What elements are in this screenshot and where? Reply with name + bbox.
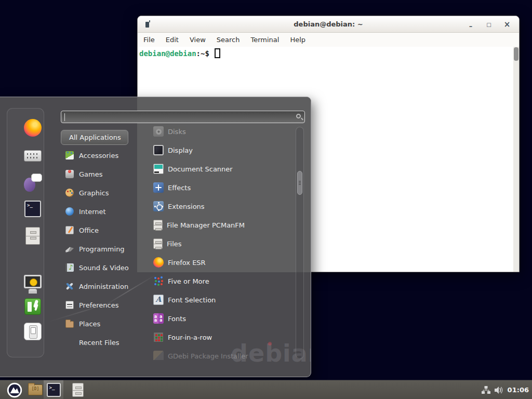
font-selection-icon	[153, 295, 164, 305]
window-controls: – □ ×	[465, 16, 513, 33]
favorite-file-manager[interactable]	[23, 227, 42, 245]
office-icon	[65, 226, 74, 234]
sound-video-icon	[65, 263, 74, 272]
volume-icon[interactable]	[494, 386, 504, 394]
taskbar-clock[interactable]: 01:06	[508, 386, 529, 394]
display-icon	[153, 145, 164, 155]
favorites-panel	[7, 108, 44, 357]
app-item-extensions[interactable]: Extensions	[137, 197, 293, 216]
distro-logo-icon	[7, 382, 22, 398]
taskbar-menu-button[interactable]	[4, 380, 25, 399]
firefox-icon	[153, 257, 164, 268]
software-packages-icon	[24, 150, 42, 162]
minimize-button[interactable]: –	[465, 19, 476, 30]
terminal-scrollbar-thumb[interactable]	[514, 47, 518, 61]
search-input[interactable]	[61, 111, 305, 123]
network-icon[interactable]	[482, 386, 490, 394]
category-recent-files[interactable]: Recent Files	[61, 333, 139, 352]
menu-edit[interactable]: Edit	[166, 36, 179, 44]
shut-down-icon	[24, 323, 42, 340]
category-programming[interactable]: Programming	[61, 240, 139, 258]
internet-icon	[65, 207, 74, 216]
favorite-log-out[interactable]	[23, 297, 42, 316]
desktop: { "terminal": { "title": "debian@debian:…	[0, 0, 532, 399]
category-places[interactable]: Places	[61, 314, 139, 333]
terminal-titlebar[interactable]: debian@debian: ~ – □ ×	[138, 16, 519, 33]
menu-help[interactable]: Help	[290, 36, 305, 44]
app-item-gdebi-package-installer[interactable]: GDebi Package Installer	[137, 347, 293, 360]
app-item-effects[interactable]: Effects	[137, 178, 293, 197]
taskbar: 01:06	[0, 380, 532, 399]
graphics-icon	[65, 189, 74, 197]
category-internet[interactable]: Internet	[61, 202, 139, 221]
favorite-shut-down[interactable]	[23, 322, 42, 341]
pidgin-icon	[23, 173, 42, 192]
app-item-fonts[interactable]: Fonts	[137, 309, 293, 328]
programming-icon	[65, 245, 74, 253]
taskbar-terminal-active[interactable]	[44, 380, 63, 399]
category-preferences[interactable]: Preferences	[61, 296, 139, 314]
five-or-more-icon	[153, 276, 164, 286]
file-cabinet-icon	[72, 383, 84, 397]
category-accessories[interactable]: Accessories	[61, 146, 139, 165]
favorite-software-packages[interactable]	[23, 147, 42, 165]
category-office[interactable]: Office	[61, 221, 139, 240]
app-item-document-scanner[interactable]: Document Scanner	[137, 159, 293, 178]
category-list: Accessories Games Graphics Internet Offi…	[61, 146, 139, 352]
menu-file[interactable]: File	[143, 36, 155, 44]
gdebi-icon	[153, 351, 164, 360]
taskbar-files[interactable]	[69, 380, 87, 399]
file-manager-icon	[153, 220, 163, 230]
app-list-scrollbar-thumb[interactable]	[297, 171, 302, 195]
administration-icon	[65, 282, 74, 290]
app-item-firefox-esr[interactable]: Firefox ESR	[137, 253, 293, 272]
files-icon	[153, 238, 163, 249]
prompt-user: debian@debian	[139, 49, 196, 58]
system-tray: 01:06	[482, 380, 529, 399]
fonts-icon	[153, 313, 164, 324]
folder-icon	[28, 384, 43, 395]
file-cabinet-icon	[25, 227, 40, 245]
menu-search[interactable]: Search	[217, 36, 240, 44]
terminal-icon	[24, 201, 41, 217]
app-list-scrollbar[interactable]	[296, 127, 304, 359]
search-icon	[296, 114, 301, 118]
terminal-icon	[47, 383, 61, 397]
category-games[interactable]: Games	[61, 165, 139, 183]
category-administration[interactable]: Administration	[61, 277, 139, 296]
games-icon	[65, 170, 74, 178]
favorite-firefox[interactable]	[23, 118, 42, 137]
terminal-title: debian@debian: ~	[138, 20, 519, 28]
maximize-button[interactable]: □	[483, 19, 495, 30]
accessories-icon	[65, 151, 74, 159]
text-cursor	[215, 48, 220, 58]
terminal-scrollbar[interactable]	[513, 47, 519, 272]
favorite-terminal[interactable]	[23, 200, 42, 218]
four-in-a-row-icon	[153, 332, 164, 342]
taskbar-file-manager[interactable]	[26, 380, 45, 399]
menu-terminal[interactable]: Terminal	[250, 36, 279, 44]
close-button[interactable]: ×	[501, 19, 513, 30]
app-item-file-manager-pcmanfm[interactable]: File Manager PCManFM	[137, 216, 293, 234]
menu-view[interactable]: View	[190, 36, 206, 44]
shell-prompt: debian@debian:~$	[139, 48, 220, 58]
category-sound-video[interactable]: Sound & Video	[61, 258, 139, 277]
app-item-four-in-a-row[interactable]: Four-in-a-row	[137, 328, 293, 347]
category-all-applications[interactable]: All Applications	[61, 130, 128, 145]
document-scanner-icon	[153, 164, 164, 174]
application-list: Disks Display Document Scanner Effects E…	[137, 125, 293, 360]
favorite-pidgin-messenger[interactable]	[23, 173, 42, 192]
disks-icon	[153, 126, 164, 137]
app-item-five-or-more[interactable]: Five or More	[137, 272, 293, 290]
log-out-icon	[24, 298, 41, 315]
firefox-icon	[24, 119, 42, 137]
app-item-display[interactable]: Display	[137, 141, 293, 159]
app-item-files[interactable]: Files	[137, 234, 293, 253]
places-icon	[65, 321, 74, 328]
app-item-disks[interactable]: Disks	[137, 125, 293, 141]
category-graphics[interactable]: Graphics	[61, 183, 139, 202]
favorite-lock-screen[interactable]	[23, 272, 42, 291]
app-item-font-selection[interactable]: Font Selection	[137, 290, 293, 309]
lock-screen-icon	[24, 275, 42, 288]
effects-icon	[153, 182, 164, 193]
